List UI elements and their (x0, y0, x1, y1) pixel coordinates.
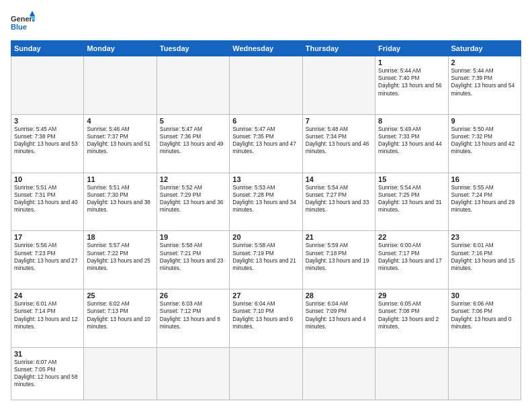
calendar-cell (302, 56, 375, 115)
day-number: 29 (378, 291, 445, 300)
day-info: Sunrise: 5:51 AMSunset: 7:31 PMDaylight:… (14, 184, 81, 214)
day-info: Sunrise: 5:58 AMSunset: 7:19 PMDaylight:… (232, 242, 299, 272)
weekday-header-saturday: Saturday (448, 41, 521, 56)
day-number: 10 (14, 175, 81, 183)
day-number: 15 (378, 175, 445, 183)
weekday-header-row: SundayMondayTuesdayWednesdayThursdayFrid… (11, 41, 521, 56)
day-number: 2 (451, 58, 518, 66)
day-number: 19 (160, 233, 226, 241)
generalblue-icon: General Blue (11, 11, 35, 35)
calendar-cell (84, 56, 157, 115)
calendar-cell: 19Sunrise: 5:58 AMSunset: 7:21 PMDayligh… (157, 231, 229, 289)
day-number: 1 (378, 58, 445, 66)
day-number: 13 (232, 175, 299, 183)
day-number: 22 (378, 233, 445, 241)
calendar-cell: 14Sunrise: 5:54 AMSunset: 7:27 PMDayligh… (302, 173, 375, 231)
day-info: Sunrise: 5:54 AMSunset: 7:27 PMDaylight:… (306, 184, 372, 214)
calendar-cell: 13Sunrise: 5:53 AMSunset: 7:28 PMDayligh… (230, 173, 302, 231)
day-number: 4 (87, 117, 153, 125)
day-info: Sunrise: 6:05 AMSunset: 7:08 PMDaylight:… (378, 300, 445, 330)
svg-marker-2 (30, 11, 35, 16)
calendar-week-1: 1Sunrise: 5:44 AMSunset: 7:40 PMDaylight… (11, 56, 521, 115)
calendar-cell: 7Sunrise: 5:48 AMSunset: 7:34 PMDaylight… (302, 114, 375, 173)
calendar-cell: 17Sunrise: 5:56 AMSunset: 7:23 PMDayligh… (11, 231, 84, 289)
day-info: Sunrise: 6:01 AMSunset: 7:16 PMDaylight:… (451, 242, 518, 272)
weekday-header-friday: Friday (375, 41, 448, 56)
calendar-cell: 16Sunrise: 5:55 AMSunset: 7:24 PMDayligh… (448, 173, 521, 231)
calendar-cell: 20Sunrise: 5:58 AMSunset: 7:19 PMDayligh… (230, 231, 302, 289)
calendar-cell: 6Sunrise: 5:47 AMSunset: 7:35 PMDaylight… (230, 114, 302, 173)
day-info: Sunrise: 5:47 AMSunset: 7:35 PMDaylight:… (232, 126, 299, 156)
day-number: 12 (160, 175, 226, 183)
day-number: 18 (87, 233, 153, 241)
calendar-cell (84, 347, 157, 400)
calendar-cell (375, 347, 448, 400)
day-number: 3 (14, 117, 81, 125)
weekday-header-thursday: Thursday (302, 41, 375, 56)
calendar-cell: 4Sunrise: 5:46 AMSunset: 7:37 PMDaylight… (84, 114, 157, 173)
day-number: 27 (232, 291, 299, 300)
calendar-cell: 21Sunrise: 5:59 AMSunset: 7:18 PMDayligh… (302, 231, 375, 289)
day-info: Sunrise: 5:52 AMSunset: 7:29 PMDaylight:… (160, 184, 226, 214)
calendar-cell: 24Sunrise: 6:01 AMSunset: 7:14 PMDayligh… (11, 289, 84, 348)
day-info: Sunrise: 5:47 AMSunset: 7:36 PMDaylight:… (160, 126, 226, 156)
calendar-cell: 26Sunrise: 6:03 AMSunset: 7:12 PMDayligh… (157, 289, 229, 348)
day-info: Sunrise: 5:49 AMSunset: 7:33 PMDaylight:… (378, 126, 445, 156)
day-number: 23 (451, 233, 518, 241)
calendar-cell: 10Sunrise: 5:51 AMSunset: 7:31 PMDayligh… (11, 173, 84, 231)
weekday-header-monday: Monday (84, 41, 157, 56)
day-number: 5 (160, 117, 226, 125)
calendar-cell: 8Sunrise: 5:49 AMSunset: 7:33 PMDaylight… (375, 114, 448, 173)
day-number: 9 (451, 117, 518, 125)
day-info: Sunrise: 6:04 AMSunset: 7:10 PMDaylight:… (232, 300, 299, 330)
day-info: Sunrise: 6:07 AMSunset: 7:05 PMDaylight:… (14, 359, 81, 389)
day-number: 16 (451, 175, 518, 183)
calendar-cell: 30Sunrise: 6:06 AMSunset: 7:06 PMDayligh… (448, 289, 521, 348)
day-info: Sunrise: 6:06 AMSunset: 7:06 PMDaylight:… (451, 300, 518, 330)
calendar-cell (157, 347, 229, 400)
day-number: 20 (232, 233, 299, 241)
calendar-cell: 25Sunrise: 6:02 AMSunset: 7:13 PMDayligh… (84, 289, 157, 348)
day-info: Sunrise: 5:46 AMSunset: 7:37 PMDaylight:… (87, 126, 153, 156)
day-info: Sunrise: 5:55 AMSunset: 7:24 PMDaylight:… (451, 184, 518, 214)
calendar-cell (302, 347, 375, 400)
calendar-cell: 29Sunrise: 6:05 AMSunset: 7:08 PMDayligh… (375, 289, 448, 348)
day-number: 8 (378, 117, 445, 125)
svg-text:Blue: Blue (11, 23, 27, 31)
calendar-cell (230, 347, 302, 400)
calendar-week-4: 17Sunrise: 5:56 AMSunset: 7:23 PMDayligh… (11, 231, 521, 289)
weekday-header-tuesday: Tuesday (157, 41, 229, 56)
calendar-week-6: 31Sunrise: 6:07 AMSunset: 7:05 PMDayligh… (11, 347, 521, 400)
day-info: Sunrise: 5:44 AMSunset: 7:39 PMDaylight:… (451, 67, 518, 97)
calendar-cell: 27Sunrise: 6:04 AMSunset: 7:10 PMDayligh… (230, 289, 302, 348)
calendar-cell (11, 56, 84, 115)
day-info: Sunrise: 5:44 AMSunset: 7:40 PMDaylight:… (378, 67, 445, 97)
day-number: 30 (451, 291, 518, 300)
calendar-week-3: 10Sunrise: 5:51 AMSunset: 7:31 PMDayligh… (11, 173, 521, 231)
calendar-table: SundayMondayTuesdayWednesdayThursdayFrid… (11, 40, 521, 400)
day-number: 25 (87, 291, 153, 300)
weekday-header-sunday: Sunday (11, 41, 84, 56)
day-number: 6 (232, 117, 299, 125)
header: General Blue (11, 11, 521, 35)
page: General Blue SundayMondayTuesdayWednesda… (0, 0, 532, 411)
day-number: 7 (306, 117, 372, 125)
day-number: 28 (306, 291, 372, 300)
calendar-cell (157, 56, 229, 115)
calendar-cell (230, 56, 302, 115)
calendar-cell: 3Sunrise: 5:45 AMSunset: 7:38 PMDaylight… (11, 114, 84, 173)
day-number: 11 (87, 175, 153, 183)
day-info: Sunrise: 6:04 AMSunset: 7:09 PMDaylight:… (306, 300, 372, 330)
day-info: Sunrise: 5:53 AMSunset: 7:28 PMDaylight:… (232, 184, 299, 214)
day-info: Sunrise: 5:54 AMSunset: 7:25 PMDaylight:… (378, 184, 445, 214)
day-info: Sunrise: 5:56 AMSunset: 7:23 PMDaylight:… (14, 242, 81, 272)
day-info: Sunrise: 5:48 AMSunset: 7:34 PMDaylight:… (306, 126, 372, 156)
calendar-cell: 2Sunrise: 5:44 AMSunset: 7:39 PMDaylight… (448, 56, 521, 115)
day-info: Sunrise: 6:02 AMSunset: 7:13 PMDaylight:… (87, 300, 153, 330)
day-number: 14 (306, 175, 372, 183)
calendar-cell: 22Sunrise: 6:00 AMSunset: 7:17 PMDayligh… (375, 231, 448, 289)
calendar-cell: 12Sunrise: 5:52 AMSunset: 7:29 PMDayligh… (157, 173, 229, 231)
day-number: 17 (14, 233, 81, 241)
calendar-cell (448, 347, 521, 400)
calendar-cell: 5Sunrise: 5:47 AMSunset: 7:36 PMDaylight… (157, 114, 229, 173)
